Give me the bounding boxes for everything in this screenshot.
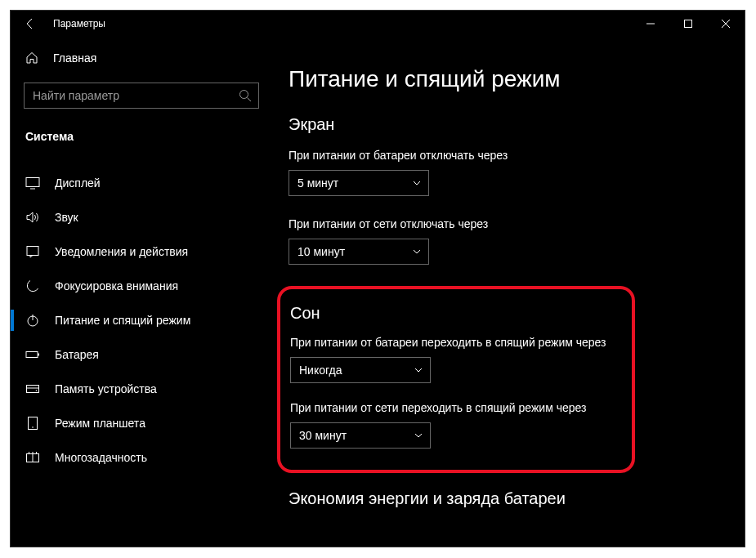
screen-battery-label: При питании от батареи отключать через: [289, 149, 725, 162]
settings-window: Параметры Главная Система: [10, 10, 745, 547]
close-icon: [722, 20, 730, 28]
battery-icon: [25, 347, 40, 362]
svg-point-14: [36, 390, 38, 391]
back-button[interactable]: [11, 11, 50, 37]
sidebar-item-tablet-mode[interactable]: Режим планшета: [11, 406, 272, 440]
nav-label: Многозадачность: [55, 451, 147, 464]
svg-rect-6: [26, 178, 39, 187]
nav-label: Дисплей: [55, 176, 101, 190]
sleep-battery-dropdown[interactable]: Никогда: [290, 357, 431, 383]
nav-label: Память устройства: [55, 382, 157, 395]
sidebar-item-power-sleep[interactable]: Питание и спящий режим: [11, 303, 272, 337]
sidebar-item-sound[interactable]: Звук: [11, 200, 272, 234]
power-icon: [25, 313, 40, 328]
chevron-down-icon: [412, 178, 422, 188]
minimize-button[interactable]: [632, 11, 669, 37]
sidebar-item-notifications[interactable]: Уведомления и действия: [11, 234, 272, 269]
page-title: Питание и спящий режим: [289, 66, 725, 92]
multitasking-icon: [25, 450, 40, 465]
maximize-icon: [684, 20, 692, 28]
battery-heading: Экономия энергии и заряда батареи: [289, 489, 725, 508]
sleep-plugged-label: При питании от сети переходить в спящий …: [290, 401, 619, 414]
svg-rect-1: [685, 20, 692, 28]
content-area: Питание и спящий режим Экран При питании…: [272, 37, 745, 547]
titlebar: Параметры: [11, 11, 745, 37]
window-title: Параметры: [50, 18, 105, 29]
minimize-icon: [646, 20, 655, 28]
arrow-left-icon: [24, 17, 37, 30]
nav-list: Дисплей Звук Уведомления и действия Фоку…: [11, 166, 272, 475]
close-button[interactable]: [707, 11, 745, 37]
notifications-icon: [25, 244, 40, 259]
sleep-battery-label: При питании от батареи переходить в спящ…: [290, 336, 619, 349]
svg-rect-11: [26, 352, 38, 358]
dropdown-value: 5 минут: [297, 176, 412, 190]
sleep-highlight-box: Сон При питании от батареи переходить в …: [277, 286, 635, 473]
sidebar-item-battery[interactable]: Батарея: [11, 337, 272, 372]
window-body: Главная Система Дисплей Звук Уведомлени: [11, 37, 745, 547]
nav-label: Режим планшета: [55, 417, 145, 430]
home-label: Главная: [53, 51, 96, 65]
home-icon: [25, 51, 38, 65]
tablet-icon: [25, 416, 40, 431]
svg-line-5: [248, 98, 252, 102]
svg-rect-13: [27, 386, 39, 393]
nav-label: Звук: [55, 211, 78, 224]
chevron-down-icon: [414, 431, 423, 440]
nav-label: Питание и спящий режим: [55, 314, 190, 327]
dropdown-value: 30 минут: [299, 429, 414, 442]
sidebar-item-focus-assist[interactable]: Фокусировка внимания: [11, 269, 272, 303]
screen-plugged-label: При питании от сети отключать через: [289, 217, 725, 230]
svg-point-4: [240, 91, 248, 99]
sound-icon: [25, 210, 40, 225]
sleep-heading: Сон: [290, 304, 619, 323]
category-heading: Система: [11, 120, 272, 153]
window-controls: [632, 11, 745, 37]
search-icon: [239, 89, 252, 102]
dropdown-value: Никогда: [299, 364, 414, 377]
screen-battery-dropdown[interactable]: 5 минут: [289, 170, 429, 196]
nav-label: Уведомления и действия: [55, 245, 188, 258]
svg-rect-12: [38, 354, 40, 356]
search-input[interactable]: [33, 89, 239, 102]
svg-point-17: [32, 426, 34, 428]
search-box[interactable]: [24, 83, 259, 109]
dropdown-value: 10 минут: [297, 245, 412, 258]
chevron-down-icon: [412, 247, 422, 257]
display-icon: [25, 176, 40, 190]
sidebar-item-display[interactable]: Дисплей: [11, 166, 272, 200]
home-link[interactable]: Главная: [11, 43, 272, 73]
sidebar-item-multitasking[interactable]: Многозадачность: [11, 440, 272, 475]
nav-label: Фокусировка внимания: [55, 279, 178, 292]
maximize-button[interactable]: [669, 11, 707, 37]
sidebar-item-storage[interactable]: Память устройства: [11, 372, 272, 406]
sleep-plugged-dropdown[interactable]: 30 минут: [290, 422, 431, 449]
storage-icon: [25, 382, 40, 396]
svg-rect-8: [27, 247, 38, 256]
focus-assist-icon: [25, 279, 40, 293]
screen-heading: Экран: [289, 115, 725, 134]
screen-plugged-dropdown[interactable]: 10 минут: [289, 239, 429, 265]
chevron-down-icon: [414, 365, 423, 375]
nav-label: Батарея: [55, 348, 99, 361]
sidebar: Главная Система Дисплей Звук Уведомлени: [11, 37, 272, 547]
